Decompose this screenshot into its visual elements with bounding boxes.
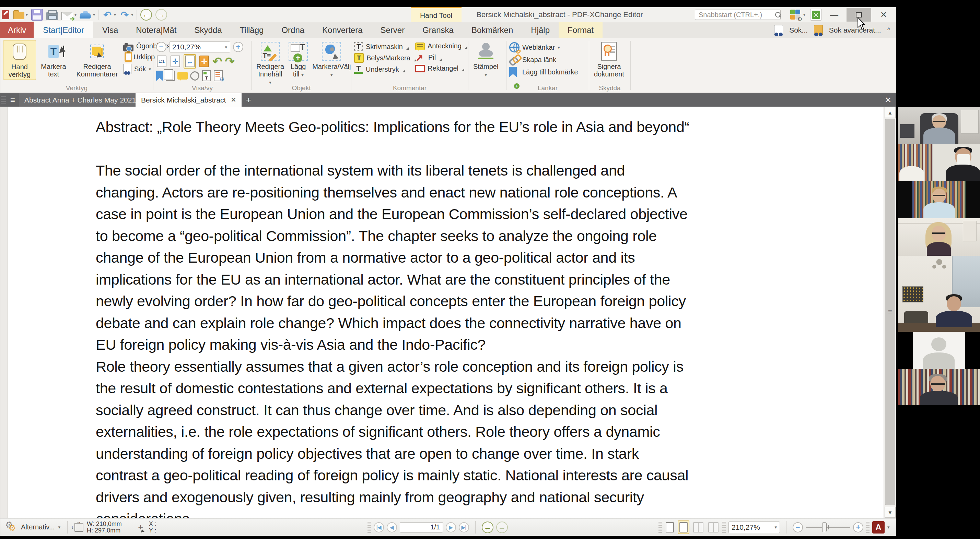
menu-server[interactable]: Server xyxy=(372,22,414,38)
save-button[interactable] xyxy=(31,9,43,21)
add-bookmark-button[interactable]: +Lägg till bokmärke xyxy=(509,67,578,77)
print-button[interactable] xyxy=(46,12,58,20)
bookmarks-pane-icon[interactable] xyxy=(156,71,163,81)
scrollbar-thumb[interactable] xyxy=(885,119,895,505)
comments-pane-icon[interactable] xyxy=(177,72,188,79)
zoom-out-button[interactable]: − xyxy=(156,42,166,52)
statusbar-zoom-combo[interactable]: 210,27%▾ xyxy=(729,522,780,533)
close-document-button[interactable]: ✕ xyxy=(880,93,896,107)
zoom-in-button[interactable]: + xyxy=(233,42,243,52)
statusbar-zoom-out-button[interactable]: − xyxy=(793,522,803,533)
underline-button[interactable]: TUnderstryk xyxy=(354,65,415,74)
video-participant-tile[interactable] xyxy=(898,181,980,218)
rotate-left-icon[interactable]: ↶ xyxy=(212,56,222,67)
two-page-layout-icon[interactable] xyxy=(693,522,703,533)
select-object-button[interactable]: Markera/Välj▾ xyxy=(310,40,353,80)
scroll-up-icon[interactable]: ▲ xyxy=(885,107,896,118)
thumbnails-pane-icon[interactable] xyxy=(166,71,175,81)
rectangle-button[interactable]: Rektangel xyxy=(415,65,467,72)
sign-document-button[interactable]: Signeradokument xyxy=(592,40,626,79)
menu-skydda[interactable]: Skydda xyxy=(186,22,231,38)
ui-customize-icon[interactable] xyxy=(790,10,800,20)
menu-hjalp[interactable]: Hjälp xyxy=(522,22,558,38)
zoom-level-combo[interactable]: 210,27%▾ xyxy=(169,41,230,52)
video-participant-tile[interactable] xyxy=(898,256,980,332)
hand-tool-button[interactable]: Hand verktyg xyxy=(3,40,36,80)
menu-tillagg[interactable]: Tillägg xyxy=(231,22,273,38)
customize-dropdown-icon[interactable]: ▾ xyxy=(803,12,805,17)
select-text-button[interactable]: T Markera text xyxy=(36,40,71,79)
next-page-button[interactable]: ▶ xyxy=(446,522,456,533)
close-button[interactable]: ✕ xyxy=(876,8,891,22)
menu-bokmarken[interactable]: Bokmärken xyxy=(463,22,522,38)
create-link-button[interactable]: Skapa länk xyxy=(509,54,578,65)
scan-dropdown-icon[interactable]: ▾ xyxy=(93,12,95,17)
two-page-continuous-layout-icon[interactable] xyxy=(708,522,719,533)
history-forward-button[interactable]: → xyxy=(156,9,167,21)
properties-pane-icon[interactable] xyxy=(214,70,223,81)
active-tool-tab[interactable]: Hand Tool xyxy=(411,7,461,22)
fit-width-icon[interactable]: ↔ xyxy=(185,55,194,67)
fit-visible-icon[interactable]: ✛ xyxy=(199,55,209,67)
quickstart-search-input[interactable] xyxy=(695,10,781,20)
scroll-down-icon[interactable]: ▼ xyxy=(885,507,896,518)
undo-dropdown-icon[interactable]: ▾ xyxy=(114,12,116,17)
menu-konvertera[interactable]: Konvertera xyxy=(313,22,371,38)
options-button[interactable]: Alternativ... xyxy=(21,523,55,531)
weblinks-button[interactable]: Weblänkar▾ xyxy=(509,42,578,52)
search-link[interactable]: Sök... xyxy=(789,26,808,34)
add-content-button[interactable]: T Läggtill ▾ xyxy=(286,40,310,80)
statusbar-zoom-in-button[interactable]: + xyxy=(853,522,863,533)
video-participant-tile[interactable] xyxy=(898,144,980,181)
zoom-slider-handle[interactable] xyxy=(822,522,827,532)
edit-comments-button[interactable]: Redigera Kommentarer xyxy=(71,40,123,79)
open-dropdown-icon[interactable]: ▾ xyxy=(26,12,28,17)
continuous-layout-icon[interactable] xyxy=(679,522,688,533)
email-button[interactable] xyxy=(61,12,73,20)
tab-list-menu-icon[interactable]: ≡ xyxy=(6,93,19,107)
previous-page-button[interactable]: ◀ xyxy=(387,522,397,533)
undo-button[interactable]: ↶ xyxy=(102,9,113,21)
menu-granska[interactable]: Granska xyxy=(414,22,463,38)
menu-notera-mat[interactable]: Notera|Mät xyxy=(127,22,185,38)
menu-arkiv[interactable]: Arkiv xyxy=(0,22,33,38)
menu-start-editor[interactable]: Start|Editor xyxy=(33,21,93,38)
new-tab-button[interactable]: + xyxy=(242,93,255,107)
note-button[interactable]: Anteckning xyxy=(415,42,467,50)
view-back-button[interactable]: ← xyxy=(482,522,493,533)
adobe-dropdown-icon[interactable]: ▾ xyxy=(887,525,890,530)
minimize-button[interactable]: — xyxy=(827,8,842,22)
video-participant-tile[interactable] xyxy=(898,218,980,256)
collapse-ribbon-icon[interactable]: ^ xyxy=(887,26,891,34)
redo-button[interactable]: ↷ xyxy=(119,9,130,21)
view-forward-button[interactable]: → xyxy=(496,522,508,533)
arrow-button[interactable]: ↗Pil xyxy=(415,52,467,62)
typewriter-button[interactable]: TSkrivmaskin xyxy=(354,42,415,51)
history-back-button[interactable]: ← xyxy=(140,9,152,21)
search-document-icon[interactable] xyxy=(774,25,783,35)
video-participant-tile[interactable] xyxy=(898,369,980,405)
zoom-slider[interactable] xyxy=(806,527,850,528)
open-file-button[interactable] xyxy=(13,9,24,21)
first-page-button[interactable]: |◀ xyxy=(374,522,384,533)
edit-content-button[interactable]: T≡ RedigeraInnehåll ▾ xyxy=(254,40,286,88)
menu-ordna[interactable]: Ordna xyxy=(272,22,313,38)
menu-format[interactable]: Format xyxy=(558,22,603,38)
rotate-right-icon[interactable]: ↷ xyxy=(225,56,235,67)
video-participant-tile[interactable] xyxy=(898,107,980,144)
actual-size-icon[interactable]: 1:1 xyxy=(157,55,166,67)
left-pane-strip[interactable] xyxy=(0,107,8,518)
advanced-search-icon[interactable] xyxy=(814,25,823,35)
highlight-button[interactable]: TBelys/Markera xyxy=(354,53,415,63)
options-dropdown-icon[interactable]: ▾ xyxy=(58,525,61,530)
advanced-search-link[interactable]: Sök avancerat... xyxy=(829,26,881,34)
attachments-pane-icon[interactable] xyxy=(189,70,201,82)
fullscreen-button[interactable] xyxy=(810,9,822,21)
single-page-layout-icon[interactable] xyxy=(666,522,674,533)
video-participant-tile[interactable] xyxy=(898,332,980,369)
tab-2-close-icon[interactable]: ✕ xyxy=(231,96,236,104)
document-tab-2[interactable]: Bersick Michalski_abstract✕ xyxy=(135,93,242,107)
stamp-button[interactable]: Stämpel▾ xyxy=(471,40,500,80)
menu-visa[interactable]: Visa xyxy=(93,22,127,38)
adobe-reader-icon[interactable]: A xyxy=(872,521,885,534)
